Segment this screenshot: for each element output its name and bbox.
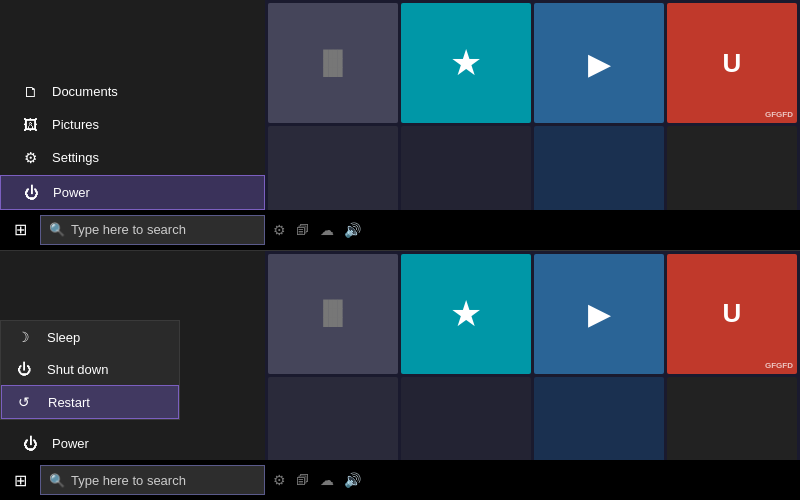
power-icon-bottom: ⏻ [20, 435, 40, 452]
menu-item-power-bottom[interactable]: ⏻ Power [0, 427, 265, 460]
tile-logo-top: U GFGFD [667, 3, 797, 123]
doc-icon: 🗋 [20, 83, 40, 100]
windows-button-top[interactable]: ⊞ [0, 210, 40, 250]
tile-arrow: ▶ [534, 3, 664, 123]
tile-0: ████████████ [268, 3, 398, 123]
tile-b0: ████████████ [268, 254, 398, 374]
search-placeholder-top: Type here to search [71, 222, 186, 237]
taskbar-icon-b2: 🗊 [296, 472, 310, 488]
search-icon-top: 🔍 [49, 222, 65, 237]
taskbar-icon-b3: ☁ [320, 472, 334, 488]
search-icon-bottom: 🔍 [49, 473, 65, 488]
taskbar-icon-b4: 🔊 [344, 472, 361, 488]
taskbar-icon-3: ☁ [320, 222, 334, 238]
top-half: 🗋 Documents 🖼 Pictures ⚙ Settings ⏻ Powe… [0, 0, 800, 250]
search-bar-top[interactable]: 🔍 Type here to search [40, 215, 265, 245]
windows-icon-bottom: ⊞ [14, 471, 27, 490]
taskbar-icon-2: 🗊 [296, 222, 310, 238]
menu-item-settings-top[interactable]: ⚙ Settings [0, 141, 265, 175]
sleep-icon: ☽ [17, 329, 37, 345]
tile-logo-bottom: U GFGFD [667, 254, 797, 374]
menu-item-pictures-top[interactable]: 🖼 Pictures [0, 108, 265, 141]
shutdown-icon: ⏻ [17, 361, 37, 377]
menu-item-power-top[interactable]: ⏻ Power [0, 175, 265, 210]
restart-icon: ↺ [18, 394, 38, 410]
taskbar-icon-b1: ⚙ [273, 472, 286, 488]
power-submenu: ☽ Sleep ⏻ Shut down ↺ Restart [0, 320, 180, 420]
taskbar-icon-4: 🔊 [344, 222, 361, 238]
search-bar-bottom[interactable]: 🔍 Type here to search [40, 465, 265, 495]
picture-icon: 🖼 [20, 116, 40, 133]
start-menu-top: 🗋 Documents 🖼 Pictures ⚙ Settings ⏻ Powe… [0, 0, 265, 250]
taskbar-top: ⊞ 🔍 Type here to search [0, 210, 265, 250]
taskbar-icon-1: ⚙ [273, 222, 286, 238]
tile-star-b: ★ [401, 254, 531, 374]
taskbar-bottom: ⊞ 🔍 Type here to search [0, 460, 265, 500]
bottom-half: 🗋 Documents ☽ Sleep ⏻ Shut down ↺ Restar… [0, 251, 800, 501]
tiles-panel-bottom: ████████████ ★ ▶ U GFGFD ⚙ 🗊 ☁ 🔊 [265, 251, 800, 501]
taskbar-right-top: ⚙ 🗊 ☁ 🔊 [265, 210, 800, 250]
menu-item-documents-top[interactable]: 🗋 Documents [0, 75, 265, 108]
search-placeholder-bottom: Type here to search [71, 473, 186, 488]
settings-icon: ⚙ [20, 149, 40, 167]
windows-icon-top: ⊞ [14, 220, 27, 239]
windows-button-bottom[interactable]: ⊞ [0, 460, 40, 500]
tiles-panel-top: ████████████ ★ ▶ U GFGFD ⚙ 🗊 ☁ 🔊 [265, 0, 800, 250]
tile-arrow-b: ▶ [534, 254, 664, 374]
tile-star: ★ [401, 3, 531, 123]
power-icon-top: ⏻ [21, 184, 41, 201]
submenu-shutdown[interactable]: ⏻ Shut down [1, 353, 179, 385]
submenu-sleep[interactable]: ☽ Sleep [1, 321, 179, 353]
start-menu-bottom: 🗋 Documents ☽ Sleep ⏻ Shut down ↺ Restar… [0, 251, 265, 501]
submenu-restart[interactable]: ↺ Restart [1, 385, 179, 419]
taskbar-right-bottom: ⚙ 🗊 ☁ 🔊 [265, 460, 800, 500]
